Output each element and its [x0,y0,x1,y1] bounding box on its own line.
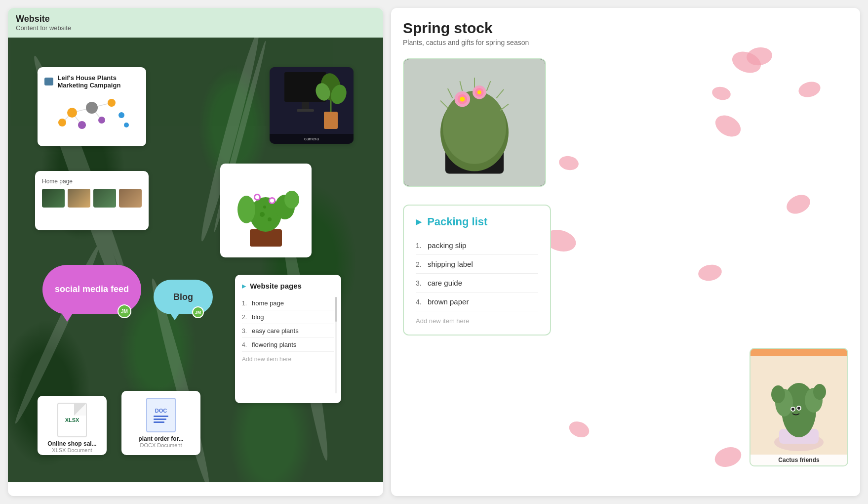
thumb-2 [68,189,90,208]
packing-item-3[interactable]: 3. care guide [416,274,538,293]
doc-line-2 [154,419,166,420]
cactus-friends-svg [750,356,848,455]
marketing-campaign-card[interactable]: Leif's House Plants Marketing Campaign [38,67,146,146]
blob-9 [712,444,744,470]
left-panel-title: Website [16,14,375,24]
docx-file-card[interactable]: DOC plant order for... DOCX Document [121,391,200,455]
svg-point-13 [67,108,77,118]
packing-num-1: 1. [416,242,428,250]
item-label-1: home page [252,299,284,307]
scrollbar-track[interactable] [335,297,337,393]
xlsx-ext: XLSX [65,417,79,423]
svg-point-16 [58,119,66,126]
plant-photo-card: camera [270,67,354,144]
left-panel-subtitle: Content for website [16,24,375,32]
webpages-card[interactable]: ▸ Website pages 1. home page 2. blog 3. … [235,275,341,403]
svg-point-71 [791,408,794,411]
item-num-1: 1. [242,300,252,307]
cactus-main-svg [404,58,545,187]
cactus-main-photo [403,58,546,187]
packing-item-4[interactable]: 4. brown paper [416,293,538,311]
packing-arrow: ▸ [416,215,421,228]
right-panel-subtitle: Plants, cactus and gifts for spring seas… [403,39,848,46]
right-panel: Spring stock Plants, cactus and gifts fo… [391,8,860,496]
svg-rect-24 [324,112,338,129]
webpages-title-text: Website pages [250,282,302,290]
item-num-4: 4. [242,341,252,348]
svg-point-73 [797,407,800,410]
svg-point-15 [98,117,105,124]
homepage-label: Home page [42,178,142,185]
item-label-2: blog [252,313,264,321]
homepage-card[interactable]: Home page [35,171,149,230]
svg-point-39 [270,199,274,203]
item-label-4: flowering plants [252,341,296,348]
svg-rect-22 [302,102,309,109]
webpage-item-3[interactable]: 3. easy care plants [242,324,334,338]
cactus-svg [228,170,304,252]
svg-point-40 [260,212,265,217]
docx-filename: plant order for... [128,435,194,442]
doc-lines [154,416,168,423]
svg-point-67 [771,385,785,403]
svg-point-58 [460,97,465,102]
xlsx-filename: Online shop sal... [44,440,100,447]
packing-add-item[interactable]: Add new item here [416,317,538,325]
packing-num-3: 3. [416,279,428,287]
webpage-item-1[interactable]: 1. home page [242,296,334,310]
packing-label-2: shipping label [428,260,473,268]
packing-list-card[interactable]: ▸ Packing list 1. packing slip 2. shippi… [403,205,551,336]
svg-point-19 [124,123,129,127]
doc-line-3 [154,421,164,423]
packing-label-4: brown paper [428,297,469,306]
social-media-bubble[interactable]: social media feed JM [42,265,141,314]
thumb-3 [93,189,116,208]
item-num-3: 3. [242,328,252,335]
packing-item-2[interactable]: 2. shipping label [416,255,538,274]
svg-text:camera: camera [304,136,319,141]
webpage-item-4[interactable]: 4. flowering plants [242,338,334,352]
svg-rect-31 [250,229,282,247]
svg-point-42 [263,206,266,209]
svg-point-69 [813,384,826,400]
webpage-item-2[interactable]: 2. blog [242,310,334,324]
packing-label-1: packing slip [428,241,466,250]
svg-point-61 [477,90,481,94]
docx-filetype: DOCX Document [128,442,194,448]
svg-point-35 [284,191,299,209]
thumb-4 [119,189,142,208]
svg-point-17 [78,121,86,129]
packing-num-4: 4. [416,298,428,306]
scrollbar-thumb[interactable] [335,297,337,322]
marketing-title: Leif's House Plants Marketing Campaign [57,74,139,89]
svg-point-14 [108,99,116,107]
doc-line-1 [154,416,168,417]
svg-point-37 [255,195,259,199]
left-panel: Website Content for website Leif's House… [8,8,383,496]
canvas-area: Leif's House Plants Marketing Campaign [8,38,383,482]
link-icon [44,78,53,85]
svg-point-18 [118,112,124,118]
xlsx-file-card[interactable]: XLSX Online shop sal... XLSX Document [38,396,107,455]
packing-num-2: 2. [416,260,428,268]
svg-point-41 [268,217,272,221]
xlsx-filetype: XLSX Document [44,447,100,453]
doc-ext: DOC [154,408,168,414]
cactus-friends-label: Cactus friends [750,455,847,465]
blog-avatar: JM [192,306,204,318]
packing-item-1[interactable]: 1. packing slip [416,236,538,255]
blob-8 [567,419,592,440]
blog-bubble-text: Blog [173,292,193,302]
blog-bubble[interactable]: Blog JM [154,280,213,314]
right-content-area: ▸ Packing list 1. packing slip 2. shippi… [403,58,848,336]
webpages-title: ▸ Website pages [242,282,334,291]
cactus-illustration-card [220,164,312,257]
network-viz [44,93,139,132]
webpages-add-item[interactable]: Add new item here [242,356,334,363]
svg-point-12 [86,102,98,114]
svg-rect-23 [297,109,314,112]
svg-point-33 [237,196,255,223]
thumb-1 [42,189,65,208]
item-label-3: easy care plants [252,327,299,335]
cactus-friends-photo: Cactus friends [750,348,848,466]
